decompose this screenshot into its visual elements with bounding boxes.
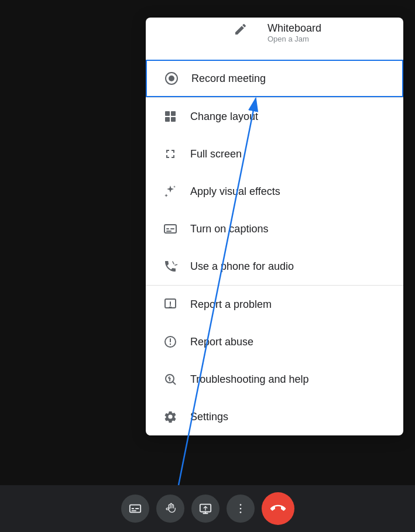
svg-point-23 (239, 508, 241, 510)
svg-rect-5 (171, 117, 176, 122)
menu-item-captions[interactable]: Turn on captions (146, 210, 403, 248)
gear-icon (157, 410, 183, 424)
svg-point-1 (169, 75, 174, 81)
svg-point-13 (170, 344, 171, 345)
menu-item-settings[interactable]: Settings (146, 398, 403, 435)
pencil-icon (228, 22, 253, 36)
svg-point-22 (239, 504, 241, 506)
report-abuse-icon (157, 335, 183, 349)
record-icon (159, 71, 184, 85)
whiteboard-label: Whiteboard (267, 22, 321, 35)
raise-hand-toolbar-button[interactable] (156, 495, 184, 523)
menu-item-visual-effects[interactable]: Apply visual effects (146, 173, 403, 210)
svg-rect-9 (166, 231, 172, 232)
report-abuse-label: Report abuse (190, 336, 253, 348)
menu-item-whiteboard[interactable]: Whiteboard Open a Jam (146, 18, 403, 60)
share-screen-toolbar-button[interactable] (191, 495, 219, 523)
svg-rect-7 (166, 228, 169, 229)
svg-rect-18 (131, 508, 134, 509)
whiteboard-sublabel: Open a Jam (267, 35, 321, 43)
svg-rect-20 (131, 510, 136, 512)
svg-rect-4 (165, 117, 170, 122)
phone-icon (157, 259, 183, 273)
full-screen-label: Full screen (190, 148, 242, 160)
captions-icon (157, 222, 183, 236)
layout-icon (157, 109, 183, 123)
toolbar (0, 485, 415, 532)
report-problem-icon (157, 297, 183, 311)
report-problem-label: Report a problem (190, 298, 272, 311)
svg-rect-8 (170, 228, 174, 229)
sparkle-icon (157, 184, 183, 198)
visual-effects-label: Apply visual effects (190, 186, 280, 198)
menu-item-troubleshooting[interactable]: Troubleshooting and help (146, 361, 403, 398)
change-layout-label: Change layout (190, 111, 258, 123)
svg-point-11 (170, 305, 171, 306)
captions-toolbar-button[interactable] (121, 495, 149, 523)
menu-item-change-layout[interactable]: Change layout (146, 98, 403, 135)
captions-label: Turn on captions (190, 223, 268, 235)
svg-point-24 (239, 512, 241, 513)
menu-item-report-problem[interactable]: Report a problem (146, 286, 403, 323)
svg-rect-2 (165, 111, 170, 116)
svg-rect-3 (171, 111, 176, 116)
end-call-toolbar-button[interactable] (262, 492, 294, 525)
menu-item-phone-audio[interactable]: Use a phone for audio (146, 248, 403, 285)
phone-audio-label: Use a phone for audio (190, 260, 294, 273)
settings-label: Settings (190, 411, 228, 423)
dropdown-menu: Whiteboard Open a Jam Record meeting Cha… (146, 18, 403, 435)
troubleshooting-label: Troubleshooting and help (190, 373, 308, 386)
menu-item-report-abuse[interactable]: Report abuse (146, 323, 403, 361)
menu-item-full-screen[interactable]: Full screen (146, 135, 403, 173)
record-meeting-label: Record meeting (191, 73, 266, 85)
menu-item-record-meeting[interactable]: Record meeting (146, 60, 403, 97)
fullscreen-icon (157, 147, 183, 161)
more-options-toolbar-button[interactable] (227, 495, 255, 523)
svg-rect-19 (135, 508, 139, 509)
troubleshoot-icon (157, 372, 183, 386)
